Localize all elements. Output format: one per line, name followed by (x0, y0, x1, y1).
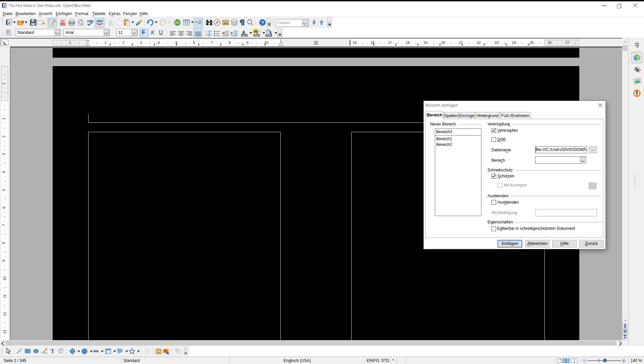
svg-text:II: II (206, 34, 207, 36)
svg-text:A: A (158, 350, 160, 354)
svg-text:ABC: ABC (96, 19, 103, 23)
svg-text:?: ? (261, 20, 264, 25)
svg-text:A: A (242, 30, 246, 35)
svg-text:I: I (206, 31, 207, 33)
svg-text:N: N (636, 90, 638, 92)
svg-text:PDF: PDF (61, 23, 65, 25)
